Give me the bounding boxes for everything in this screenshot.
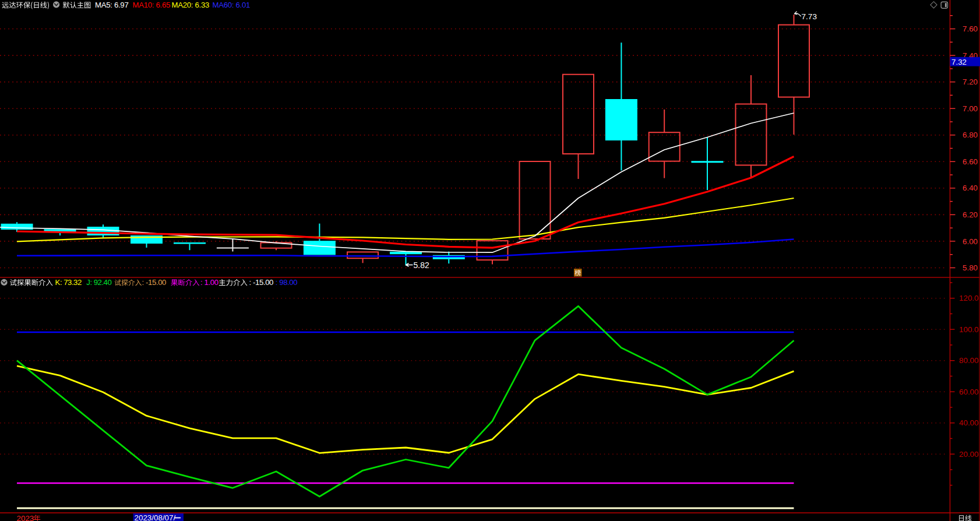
- svg-text:5.80: 5.80: [963, 263, 978, 272]
- svg-text:80.00: 80.00: [959, 356, 979, 365]
- svg-text:7.60: 7.60: [963, 24, 978, 33]
- svg-text:7.32: 7.32: [951, 58, 967, 66]
- svg-text:MA10: 6.65: MA10: 6.65: [133, 1, 170, 9]
- svg-text:7.00: 7.00: [963, 104, 978, 113]
- svg-text:40.00: 40.00: [959, 418, 979, 427]
- svg-text:: 1.00: : 1.00: [200, 278, 218, 287]
- svg-text:20.00: 20.00: [959, 450, 979, 459]
- svg-text:MA20: 6.33: MA20: 6.33: [172, 1, 209, 9]
- svg-text:: 98.00: : 98.00: [276, 278, 298, 287]
- svg-text:7.73: 7.73: [802, 12, 817, 21]
- svg-text:2023/08/07/: 2023/08/07/: [135, 513, 176, 521]
- svg-text:6.40: 6.40: [963, 184, 978, 192]
- svg-text:J: 92.40: J: 92.40: [86, 278, 111, 287]
- svg-text:6.00: 6.00: [963, 237, 978, 246]
- svg-text:: -15.00: : -15.00: [249, 278, 274, 287]
- svg-text:K: 73.32: K: 73.32: [55, 278, 82, 287]
- svg-text:MA60: 6.01: MA60: 6.01: [213, 1, 250, 9]
- svg-text:: -15.00: : -15.00: [142, 278, 167, 287]
- svg-text:60.00: 60.00: [959, 388, 979, 396]
- svg-text:MA5: 6.97: MA5: 6.97: [95, 1, 128, 9]
- svg-text:7.20: 7.20: [963, 78, 978, 86]
- svg-text:6.20: 6.20: [963, 210, 978, 219]
- svg-text:2023: 2023: [17, 514, 34, 521]
- svg-text:100.0: 100.0: [959, 325, 979, 334]
- svg-text:5.82: 5.82: [414, 260, 429, 270]
- svg-text:6.80: 6.80: [963, 131, 978, 139]
- svg-text:6.60: 6.60: [963, 157, 978, 166]
- svg-text:120.0: 120.0: [959, 294, 979, 302]
